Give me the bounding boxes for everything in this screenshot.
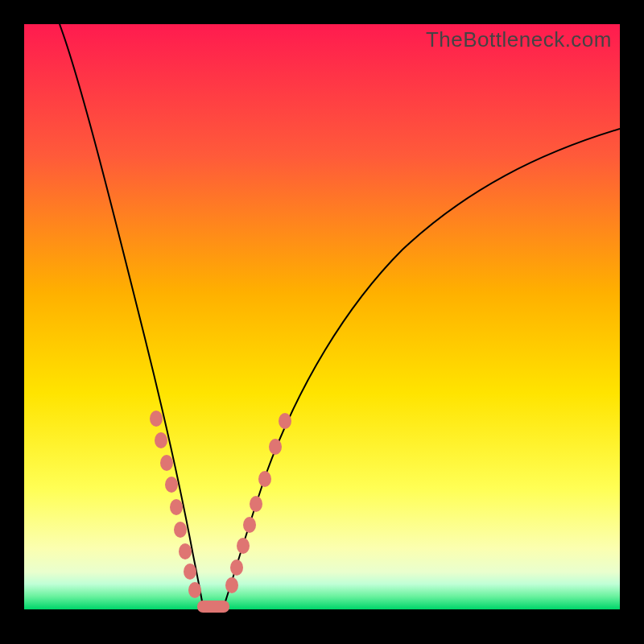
svg-point-11	[225, 577, 238, 593]
svg-point-9	[188, 582, 201, 598]
svg-point-17	[269, 439, 282, 455]
svg-point-3	[160, 455, 173, 471]
svg-point-5	[170, 499, 183, 515]
svg-point-16	[258, 471, 271, 487]
curve-right-arm	[224, 129, 620, 606]
svg-point-12	[230, 559, 243, 576]
svg-point-4	[165, 477, 178, 493]
marker-cluster-left	[150, 411, 201, 598]
plot-area: TheBottleneck.com	[24, 24, 620, 620]
svg-point-8	[184, 564, 196, 580]
svg-point-7	[179, 543, 192, 559]
svg-point-1	[150, 411, 163, 427]
svg-point-6	[174, 522, 187, 538]
marker-cluster-bottom	[197, 601, 229, 613]
svg-rect-10	[197, 601, 229, 613]
curve-layer	[24, 24, 620, 620]
marker-cluster-right	[225, 413, 291, 593]
svg-point-2	[155, 432, 167, 448]
svg-point-18	[279, 413, 291, 429]
curve-left-arm	[60, 24, 203, 606]
chart-stage: TheBottleneck.com	[0, 0, 644, 644]
svg-point-15	[250, 496, 262, 512]
svg-point-13	[237, 538, 250, 554]
svg-point-14	[243, 517, 256, 533]
